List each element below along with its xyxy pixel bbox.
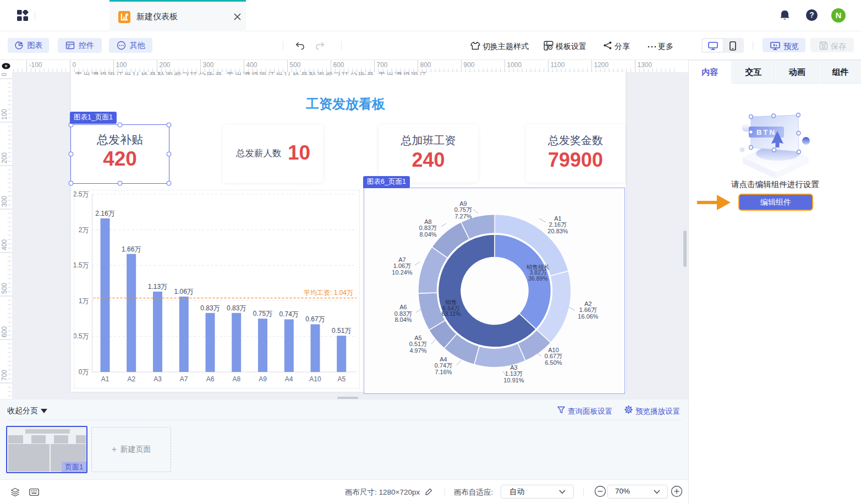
svg-text:1200: 1200 [594,61,609,69]
svg-text:1000: 1000 [507,61,522,69]
svg-text:0.67万: 0.67万 [545,353,562,359]
svg-text:A3: A3 [510,364,517,371]
svg-text:A5: A5 [337,375,346,383]
svg-text:500: 500 [290,61,301,69]
svg-text:0.83万: 0.83万 [394,310,412,317]
svg-text:2.5万: 2.5万 [74,190,89,198]
svg-text:A4: A4 [440,356,447,363]
svg-text:1万: 1万 [79,297,89,305]
svg-text:10.91%: 10.91% [503,377,524,384]
svg-text:平均工资: 1.04万: 平均工资: 1.04万 [304,289,353,297]
svg-text:0.75万: 0.75万 [454,206,472,213]
svg-text:A8: A8 [232,375,240,383]
svg-text:600: 600 [333,61,344,69]
svg-text:0.83万: 0.83万 [227,304,246,312]
svg-text:0.83万: 0.83万 [200,304,220,312]
svg-text:600: 600 [1,326,8,337]
svg-text:1300: 1300 [638,61,652,69]
svg-text:1.66万: 1.66万 [579,306,597,313]
svg-text:63.11%: 63.11% [442,310,461,317]
svg-text:A6: A6 [399,304,407,310]
svg-text:8.04%: 8.04% [394,316,412,323]
svg-text:1100: 1100 [551,61,565,69]
svg-text:10.24%: 10.24% [392,269,413,276]
svg-text:800: 800 [420,61,431,69]
svg-text:4.97%: 4.97% [409,347,426,354]
svg-text:300: 300 [1,196,8,207]
svg-text:0.51万: 0.51万 [409,341,427,347]
svg-text:8.04%: 8.04% [419,231,436,238]
svg-text:-100: -100 [29,61,42,69]
svg-text:0.83万: 0.83万 [419,224,437,231]
svg-text:400: 400 [246,61,257,69]
svg-text:A3: A3 [153,375,162,383]
svg-text:100: 100 [116,61,127,69]
svg-text:A4: A4 [285,375,293,383]
svg-text:100: 100 [1,109,8,120]
svg-text:1.06万: 1.06万 [174,288,194,295]
svg-text:36.89%: 36.89% [528,275,548,282]
svg-text:300: 300 [203,61,214,69]
svg-text:700: 700 [377,61,388,69]
svg-text:0.51万: 0.51万 [332,327,351,335]
svg-text:2万: 2万 [79,226,89,234]
svg-text:A1: A1 [101,375,109,383]
svg-text:500: 500 [1,283,8,294]
svg-text:200: 200 [160,61,171,69]
svg-text:0.5万: 0.5万 [74,332,89,340]
svg-text:1.13万: 1.13万 [148,283,167,291]
svg-text:20.83%: 20.83% [547,228,568,234]
svg-text:7.16%: 7.16% [435,369,452,375]
svg-text:BTN: BTN [756,128,777,136]
svg-text:A7: A7 [398,256,405,263]
svg-text:1.13万: 1.13万 [505,370,523,377]
svg-text:A10: A10 [309,375,321,383]
svg-text:?: ? [809,10,814,19]
svg-text:2.16万: 2.16万 [95,210,114,217]
svg-text:A10: A10 [548,347,559,353]
svg-text:6.50%: 6.50% [545,359,562,366]
svg-text:A1: A1 [554,215,561,222]
svg-text:1.66万: 1.66万 [122,245,141,253]
svg-text:7.27%: 7.27% [454,213,471,220]
svg-text:A9: A9 [459,200,467,207]
svg-text:0.74万: 0.74万 [435,362,452,369]
svg-text:A9: A9 [259,375,267,383]
svg-text:0: 0 [73,61,76,69]
svg-text:A8: A8 [424,218,431,225]
svg-text:A6: A6 [206,375,215,383]
svg-text:1.5万: 1.5万 [74,261,89,269]
svg-text:16.06%: 16.06% [578,313,599,320]
svg-text:900: 900 [464,61,475,69]
svg-text:A7: A7 [180,375,188,383]
svg-text:700: 700 [1,370,8,381]
svg-text:A2: A2 [584,300,591,307]
svg-text:0.67万: 0.67万 [305,315,325,323]
svg-text:A2: A2 [127,375,135,383]
svg-text:0.74万: 0.74万 [279,310,299,318]
svg-text:400: 400 [1,239,8,250]
svg-text:0.75万: 0.75万 [253,310,272,317]
svg-text:200: 200 [1,152,8,163]
svg-text:0万: 0万 [79,368,89,376]
svg-text:2.16万: 2.16万 [549,221,567,228]
svg-text:1.06万: 1.06万 [393,262,411,269]
svg-text:A5: A5 [414,335,421,341]
